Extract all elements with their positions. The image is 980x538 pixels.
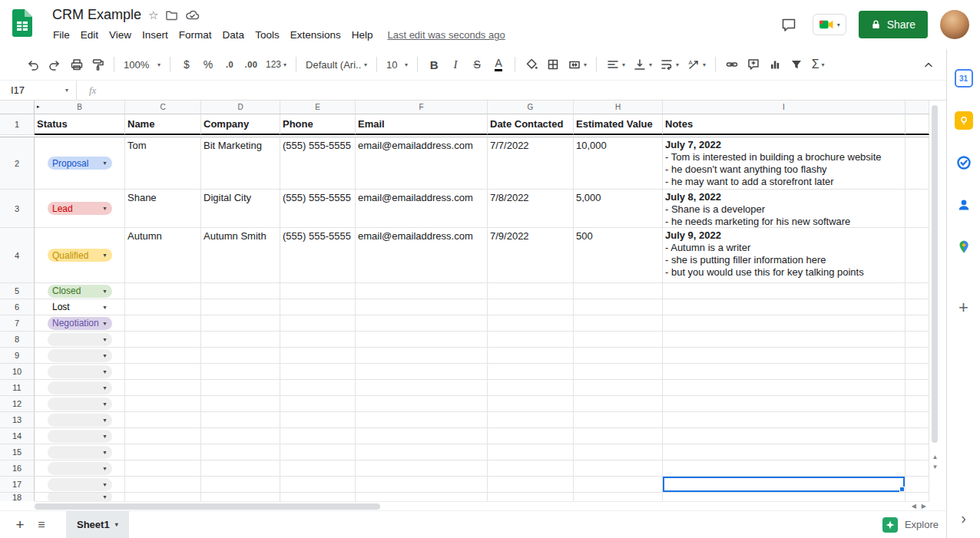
cell-D3[interactable]: Digital City bbox=[201, 190, 280, 228]
cell-E8[interactable] bbox=[280, 332, 356, 348]
cell-C10[interactable] bbox=[125, 364, 201, 380]
cell-C9[interactable] bbox=[125, 348, 201, 364]
cell-H1[interactable]: Estimated Value bbox=[574, 114, 663, 135]
cell-D9[interactable] bbox=[201, 348, 280, 364]
fill-color-button[interactable] bbox=[521, 54, 541, 74]
cell-H16[interactable] bbox=[574, 460, 663, 477]
cell-F5[interactable] bbox=[356, 283, 488, 299]
cell-I5[interactable] bbox=[663, 283, 906, 299]
cell-H8[interactable] bbox=[574, 332, 663, 348]
cell-F12[interactable] bbox=[356, 396, 488, 412]
cell-F2[interactable]: email@emailaddress.com bbox=[356, 137, 488, 190]
cell-J2[interactable] bbox=[906, 137, 929, 190]
cloud-status-icon[interactable] bbox=[185, 8, 200, 21]
cell-G5[interactable] bbox=[488, 283, 574, 299]
contacts-icon[interactable] bbox=[955, 196, 973, 214]
scroll-up-icon[interactable]: ▲ bbox=[932, 454, 939, 460]
cell-B11[interactable]: ▼ bbox=[35, 380, 125, 396]
col-header-partial[interactable] bbox=[906, 101, 929, 114]
cell-E15[interactable] bbox=[280, 444, 356, 460]
horizontal-scrollbar[interactable]: ◀ ▶ bbox=[35, 501, 929, 510]
cell-D6[interactable] bbox=[201, 299, 280, 315]
row-header-6[interactable]: 6 bbox=[0, 299, 35, 315]
status-pill-empty[interactable]: ▼ bbox=[48, 365, 112, 378]
cell-I7[interactable] bbox=[663, 315, 906, 332]
cell-H9[interactable] bbox=[574, 348, 663, 364]
menu-view[interactable]: View bbox=[104, 28, 137, 42]
row-header-3[interactable]: 3 bbox=[0, 190, 35, 228]
add-sheet-button[interactable]: + bbox=[9, 514, 31, 536]
cell-B8[interactable]: ▼ bbox=[35, 332, 125, 348]
cell-C7[interactable] bbox=[125, 315, 201, 332]
cell-J12[interactable] bbox=[906, 396, 929, 412]
redo-button[interactable] bbox=[45, 54, 65, 74]
cell-H7[interactable] bbox=[574, 315, 663, 332]
filter-button[interactable] bbox=[786, 54, 806, 74]
cell-I11[interactable] bbox=[663, 380, 906, 396]
cell-D13[interactable] bbox=[201, 412, 280, 428]
cell-D4[interactable]: Autumn Smith bbox=[201, 228, 280, 283]
cell-C11[interactable] bbox=[125, 380, 201, 396]
cell-J9[interactable] bbox=[906, 348, 929, 364]
hide-panel-chevron[interactable]: › bbox=[961, 510, 966, 527]
cell-H12[interactable] bbox=[574, 396, 663, 412]
menu-extensions[interactable]: Extensions bbox=[285, 28, 346, 42]
status-pill-empty[interactable]: ▼ bbox=[48, 446, 112, 459]
cell-F18[interactable] bbox=[356, 493, 488, 501]
cell-G2[interactable]: 7/7/2022 bbox=[488, 137, 574, 190]
dropdown-icon[interactable]: ▼ bbox=[102, 160, 108, 166]
cell-H13[interactable] bbox=[574, 412, 663, 428]
cell-J3[interactable] bbox=[906, 190, 929, 228]
status-pill-empty[interactable]: ▼ bbox=[48, 493, 112, 501]
menu-tools[interactable]: Tools bbox=[250, 28, 285, 42]
cell-E6[interactable] bbox=[280, 299, 356, 315]
tasks-icon[interactable] bbox=[955, 153, 973, 172]
row-header-13[interactable]: 13 bbox=[0, 412, 35, 428]
cell-E9[interactable] bbox=[280, 348, 356, 364]
row-header-4[interactable]: 4 bbox=[0, 228, 35, 283]
cell-H18[interactable] bbox=[574, 493, 663, 501]
cell-F4[interactable]: email@emailaddress.com bbox=[356, 228, 488, 283]
scroll-down-icon[interactable]: ▼ bbox=[932, 464, 939, 470]
cell-E5[interactable] bbox=[280, 283, 356, 299]
dropdown-icon[interactable]: ▼ bbox=[102, 482, 108, 487]
menu-format[interactable]: Format bbox=[174, 28, 217, 42]
cell-F17[interactable] bbox=[356, 477, 488, 493]
cell-F1[interactable]: Email bbox=[356, 114, 488, 135]
bold-button[interactable]: B bbox=[424, 54, 444, 74]
col-header-D[interactable]: D bbox=[201, 101, 280, 114]
cell-G1[interactable]: Date Contacted bbox=[488, 114, 574, 135]
italic-button[interactable]: I bbox=[445, 54, 465, 74]
col-header-H[interactable]: H bbox=[574, 101, 663, 114]
cell-H17[interactable] bbox=[574, 477, 663, 493]
cell-D15[interactable] bbox=[201, 444, 280, 460]
cell-C5[interactable] bbox=[125, 283, 201, 299]
row-header-9[interactable]: 9 bbox=[0, 348, 35, 364]
cell-C12[interactable] bbox=[125, 396, 201, 412]
cell-F13[interactable] bbox=[356, 412, 488, 428]
cell-B17[interactable]: ▼ bbox=[35, 477, 125, 493]
text-rotation-button[interactable]: A▾ bbox=[684, 54, 709, 74]
cell-C17[interactable] bbox=[125, 477, 201, 493]
cell-B16[interactable]: ▼ bbox=[35, 460, 125, 477]
cell-I4[interactable]: July 9, 2022- Autumn is a writer- she is… bbox=[663, 228, 906, 283]
col-header-C[interactable]: C bbox=[125, 101, 201, 114]
cell-E4[interactable]: (555) 555-5555 bbox=[280, 228, 356, 283]
cell-C6[interactable] bbox=[125, 299, 201, 315]
row-header-12[interactable]: 12 bbox=[0, 396, 35, 412]
strikethrough-button[interactable]: S bbox=[467, 54, 487, 74]
cell-B14[interactable]: ▼ bbox=[35, 428, 125, 444]
row-header-15[interactable]: 15 bbox=[0, 444, 35, 460]
cell-C4[interactable]: Autumn bbox=[125, 228, 201, 283]
dropdown-icon[interactable]: ▼ bbox=[102, 466, 108, 471]
row-header-14[interactable]: 14 bbox=[0, 428, 35, 444]
status-pill-empty[interactable]: ▼ bbox=[48, 478, 112, 491]
col-header-G[interactable]: G bbox=[488, 101, 574, 114]
cell-B5[interactable]: Closed▼ bbox=[35, 283, 125, 299]
cell-G9[interactable] bbox=[488, 348, 574, 364]
cell-G4[interactable]: 7/9/2022 bbox=[488, 228, 574, 283]
explore-button[interactable]: Explore bbox=[882, 517, 939, 533]
status-pill[interactable]: Proposal▼ bbox=[48, 157, 112, 170]
cell-B1[interactable]: Status bbox=[35, 114, 125, 135]
row-header-7[interactable]: 7 bbox=[0, 315, 35, 332]
